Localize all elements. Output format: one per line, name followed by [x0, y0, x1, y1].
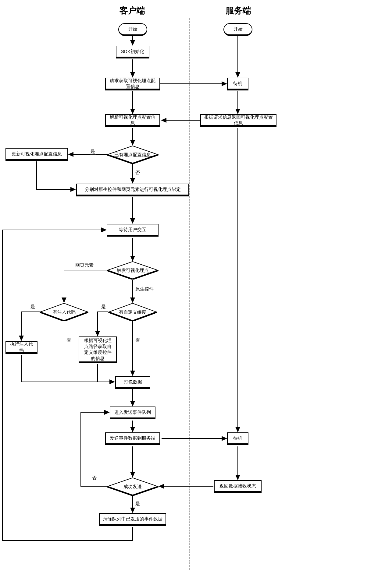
client-start-text: 开始: [128, 26, 137, 32]
server-standby2-box: 待机: [227, 432, 248, 445]
request-config-text: 请求获取可视化埋点配置信息: [109, 78, 156, 90]
clear-queue-box: 清除队列中已发送的事件数据: [99, 513, 166, 526]
client-start-terminator: 开始: [118, 23, 147, 36]
server-standby1-text: 待机: [233, 80, 242, 86]
parse-config-text: 解析可视化埋点配置信息: [109, 114, 156, 126]
server-title: 服务端: [226, 5, 251, 16]
bind-box: 分别对原生控件和网页元素进行可视化埋点绑定: [76, 184, 189, 196]
sdk-init-text: SDK初始化: [121, 48, 144, 55]
label-web-element: 网页元素: [75, 262, 94, 268]
clear-queue-text: 清除队列中已发送的事件数据: [103, 516, 162, 522]
trigger-text: 触发可视化埋点: [117, 268, 149, 273]
get-custom-dim-box: 根据可视化埋点路径获取自定义维度控件的信息: [79, 336, 117, 363]
label-yes-1: 是: [90, 149, 96, 154]
has-inject-text: 有注入代码: [53, 309, 76, 315]
wait-interaction-box: 等待用户交互: [107, 224, 159, 237]
update-config-text: 更新可视化埋点配置信息: [12, 151, 62, 157]
exec-inject-box: 执行注入代码: [5, 341, 37, 354]
label-yes-dim: 是: [101, 304, 106, 310]
enter-queue-box: 进入发送事件队列: [110, 407, 155, 419]
sdk-init-box: SDK初始化: [116, 46, 149, 58]
server-return-config-box: 根据请求信息返回可视化埋点配置信息: [200, 114, 276, 127]
has-config-text: 已有埋点配置信息: [114, 152, 151, 158]
server-start-terminator: 开始: [223, 23, 252, 36]
send-data-box: 发送事件数据到服务端: [105, 432, 160, 445]
success-send-text: 成功发送: [123, 484, 142, 490]
send-data-text: 发送事件数据到服务端: [110, 435, 155, 441]
server-standby1-box: 待机: [227, 78, 248, 90]
has-custom-dim-text: 有自定义维度: [119, 309, 146, 315]
get-custom-dim-text: 根据可视化埋点路径获取自定义维度控件的信息: [82, 337, 113, 361]
client-title: 客户端: [119, 5, 145, 16]
label-native-control: 原生控件: [135, 286, 154, 292]
has-inject-diamond: 有注入代码: [40, 303, 88, 321]
server-return-config-text: 根据请求信息返回可视化埋点配置信息: [204, 114, 273, 126]
exec-inject-text: 执行注入代码: [9, 341, 34, 353]
server-return-status-box: 返回数据接收状态: [214, 480, 262, 493]
trigger-diamond: 触发可视化埋点: [107, 261, 159, 280]
label-no-dim: 否: [135, 337, 141, 343]
parse-config-box: 解析可视化埋点配置信息: [105, 114, 160, 127]
has-config-diamond: 已有埋点配置信息: [107, 146, 159, 164]
wait-interaction-text: 等待用户交互: [119, 227, 146, 233]
server-start-text: 开始: [234, 26, 243, 32]
label-yes-inject: 是: [30, 304, 36, 310]
success-send-diamond: 成功发送: [107, 477, 159, 496]
swimlane-divider: [189, 18, 190, 570]
label-yes-send: 是: [135, 501, 141, 507]
enter-queue-text: 进入发送事件队列: [114, 409, 151, 415]
bind-text: 分别对原生控件和网页元素进行可视化埋点绑定: [85, 186, 181, 192]
request-config-box: 请求获取可视化埋点配置信息: [105, 78, 160, 90]
update-config-box: 更新可视化埋点配置信息: [5, 148, 68, 161]
pack-data-text: 打包数据: [124, 379, 142, 385]
server-standby2-text: 待机: [233, 435, 242, 441]
pack-data-box: 打包数据: [115, 376, 150, 389]
label-no-1: 否: [135, 170, 141, 176]
label-no-inject: 否: [66, 337, 72, 343]
server-return-status-text: 返回数据接收状态: [219, 483, 256, 489]
label-no-send: 否: [91, 475, 97, 481]
has-custom-dim-diamond: 有自定义维度: [108, 303, 157, 321]
